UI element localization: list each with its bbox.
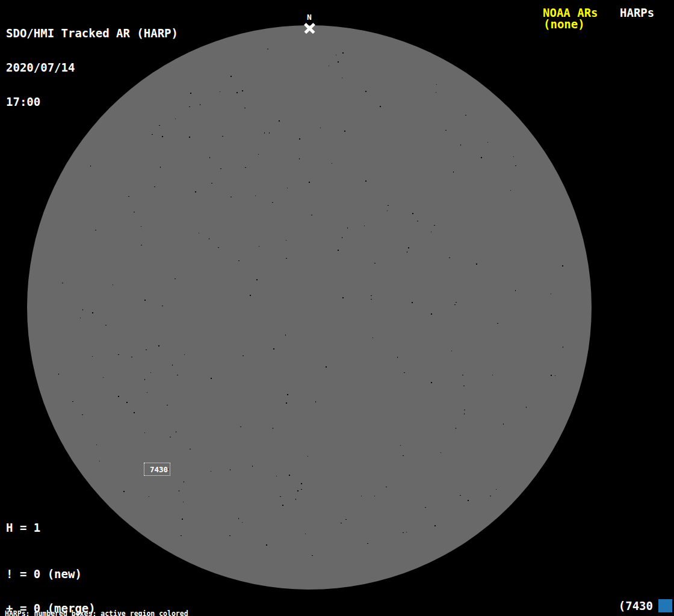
- magnetic-speckle: [562, 265, 563, 266]
- harps-column-label: HARPs: [620, 6, 654, 19]
- magnetic-speckle: [238, 260, 240, 261]
- magnetic-speckle: [431, 232, 431, 232]
- magnetic-speckle: [286, 402, 287, 404]
- magnetic-speckle: [211, 183, 212, 183]
- magnetic-speckle: [149, 496, 149, 497]
- magnetic-speckle: [242, 90, 243, 91]
- magnetic-speckle: [92, 356, 93, 357]
- legend-harp-count: H = 1: [6, 522, 137, 534]
- harp-region-box: 7430: [144, 463, 170, 476]
- magnetic-speckle: [338, 61, 339, 63]
- magnetic-speckle: [144, 379, 145, 380]
- magnetic-speckle: [240, 427, 241, 427]
- harp-list-entry: (7430: [619, 599, 653, 613]
- magnetic-speckle: [308, 456, 308, 457]
- magnetic-speckle: [449, 257, 450, 258]
- magnetic-speckle: [347, 227, 348, 229]
- magnetic-speckle: [551, 294, 551, 294]
- magnetic-speckle: [144, 300, 146, 301]
- magnetic-speckle: [190, 449, 191, 449]
- magnetic-speckle: [72, 401, 73, 402]
- magnetic-speckle: [273, 428, 273, 429]
- magnetic-speckle: [287, 394, 288, 395]
- magnetic-speckle: [176, 431, 176, 433]
- magnetic-speckle: [342, 297, 344, 298]
- magnetic-speckle: [431, 313, 432, 315]
- magnetic-speckle: [99, 461, 100, 461]
- magnetic-speckle: [82, 414, 83, 415]
- magnetic-speckle: [403, 532, 404, 533]
- magnetic-speckle: [374, 496, 375, 496]
- magnetic-speckle: [320, 128, 321, 128]
- magnetic-speckle: [445, 130, 447, 131]
- magnetic-speckle: [436, 92, 436, 93]
- magnetic-speckle: [189, 106, 190, 107]
- magnetic-speckle: [403, 455, 404, 456]
- magnetic-speckle: [503, 424, 504, 425]
- magnetic-speckle: [431, 382, 432, 383]
- magnetic-speckle: [276, 476, 277, 476]
- magnetic-speckle: [184, 481, 184, 482]
- magnetic-speckle: [299, 138, 300, 140]
- magnetic-speckle: [515, 290, 516, 291]
- magnetic-speckle: [406, 532, 407, 532]
- magnetic-speckle: [177, 375, 178, 375]
- magnetic-speckle: [408, 247, 409, 248]
- magnetic-speckle: [374, 263, 376, 263]
- magnetic-speckle: [301, 483, 302, 484]
- magnetic-speckle: [388, 205, 389, 206]
- magnetic-speckle: [230, 197, 232, 197]
- magnetic-speckle: [183, 502, 184, 502]
- magnetic-speckle: [162, 306, 163, 306]
- magnetic-speckle: [434, 525, 436, 526]
- magnetic-speckle: [481, 157, 482, 158]
- magnetic-speckle: [82, 309, 83, 310]
- magnetic-speckle: [128, 196, 129, 197]
- magnetic-speckle: [513, 156, 514, 157]
- magnetic-speckle: [211, 471, 211, 472]
- magnetic-speckle: [158, 345, 159, 346]
- magnetic-speckle: [237, 92, 238, 93]
- magnetic-speckle: [464, 410, 465, 410]
- magnetic-speckle: [230, 76, 232, 77]
- magnetic-speckle: [412, 302, 413, 303]
- magnetic-speckle: [144, 433, 145, 433]
- magnetic-speckle: [141, 245, 142, 245]
- magnetic-speckle: [555, 375, 555, 376]
- magnetic-speckle: [266, 544, 267, 546]
- magnetic-speckle: [386, 487, 387, 487]
- magnetic-speckle: [255, 196, 256, 196]
- magnetic-speckle: [344, 131, 345, 132]
- magnetic-speckle: [218, 247, 219, 248]
- magnetic-speckle: [301, 489, 302, 490]
- magnetic-speckle: [341, 523, 342, 523]
- magnetic-speckle: [526, 407, 527, 408]
- magnetic-speckle: [238, 518, 239, 519]
- magnetic-speckle: [295, 499, 296, 500]
- magnetic-speckle: [387, 211, 388, 211]
- magnetic-speckle: [315, 401, 316, 402]
- plot-area: N 7430 SDO/HMI Tracked AR (HARP) 2020/07…: [0, 0, 674, 616]
- magnetic-speckle: [230, 469, 230, 470]
- magnetic-speckle: [497, 323, 498, 324]
- magnetic-speckle: [476, 263, 477, 265]
- magnetic-speckle: [456, 428, 456, 429]
- magnetic-speckle: [150, 372, 151, 373]
- magnetic-speckle: [90, 165, 91, 167]
- magnetic-speckle: [365, 91, 366, 92]
- magnetic-speckle: [259, 246, 259, 247]
- magnetic-speckle: [551, 375, 552, 376]
- magnetic-speckle: [285, 334, 286, 336]
- observation-time: 17:00: [6, 96, 178, 108]
- magnetic-speckle: [336, 55, 336, 55]
- magnetic-speckle: [460, 144, 461, 146]
- magnetic-speckle: [195, 191, 196, 192]
- magnetic-speckle: [162, 136, 163, 137]
- magnetic-speckle: [131, 357, 132, 357]
- magnetic-speckle: [441, 452, 441, 453]
- magnetic-speckle: [286, 240, 286, 241]
- magnetic-speckle: [220, 168, 221, 169]
- magnetic-speckle: [118, 396, 119, 397]
- magnetic-speckle: [365, 180, 366, 182]
- magnetic-speckle: [305, 534, 306, 534]
